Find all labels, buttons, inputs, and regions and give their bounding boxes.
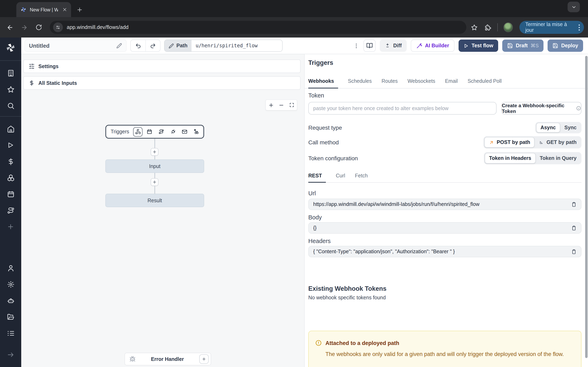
token-in-query-option[interactable]: Token in Query: [536, 153, 581, 164]
sidebar-item-workspace[interactable]: [4, 67, 17, 79]
forward-icon[interactable]: [18, 21, 30, 33]
back-icon[interactable]: [4, 21, 16, 33]
path-input[interactable]: u/henri/spirited_flow: [191, 40, 282, 51]
add-error-handler-button[interactable]: [199, 354, 209, 364]
deploy-button[interactable]: Deploy: [548, 40, 583, 52]
websocket-trigger-icon[interactable]: [168, 127, 177, 136]
tab-rest[interactable]: REST: [308, 172, 326, 183]
sidebar-item-home[interactable]: [4, 123, 17, 135]
sidebar-collapse-arrow-icon[interactable]: [4, 349, 17, 361]
site-settings-icon[interactable]: [53, 22, 63, 32]
body-value-field[interactable]: {}: [308, 222, 581, 234]
insert-step-button[interactable]: [151, 148, 158, 156]
sidebar-item-workers[interactable]: [4, 294, 17, 307]
sidebar-item-search[interactable]: [4, 100, 17, 112]
post-by-path-option[interactable]: POST by path: [484, 137, 535, 148]
new-tab-button[interactable]: [74, 4, 85, 15]
chrome-menu-kebab-icon[interactable]: [579, 24, 580, 31]
sidebar-item-settings[interactable]: [4, 278, 17, 290]
browser-tabstrip: New Flow | Windmill: [0, 0, 588, 17]
webhook-trigger-icon[interactable]: [133, 127, 143, 136]
result-node[interactable]: Result: [105, 194, 204, 207]
chrome-update-button[interactable]: Terminer la mise à jour: [520, 21, 584, 34]
sidebar-item-runs[interactable]: [4, 139, 17, 151]
tab-close-icon[interactable]: [61, 6, 68, 13]
tab-scheduled-poll[interactable]: Scheduled Poll: [467, 77, 502, 88]
triggers-node[interactable]: Triggers: [105, 125, 204, 139]
test-flow-button[interactable]: Test flow: [458, 40, 498, 52]
tab-email[interactable]: Email: [445, 77, 458, 88]
error-handler-label: Error Handler: [136, 356, 199, 362]
edit-name-pencil-icon[interactable]: [116, 43, 122, 49]
extensions-puzzle-icon[interactable]: [482, 22, 493, 33]
all-static-inputs-bar[interactable]: All Static Inputs: [23, 76, 301, 90]
tab-schedules[interactable]: Schedules: [348, 77, 372, 88]
fit-view-button[interactable]: [286, 100, 297, 110]
windmill-logo-icon[interactable]: [5, 42, 16, 53]
input-node[interactable]: Input: [105, 159, 204, 173]
email-trigger-icon[interactable]: [180, 127, 189, 136]
tab-routes[interactable]: Routes: [381, 77, 398, 88]
tab-websockets[interactable]: Websockets: [407, 77, 435, 88]
route-trigger-icon[interactable]: [156, 127, 166, 136]
url-value-field[interactable]: https://app.windmill.dev/api/w/windmill-…: [308, 199, 581, 210]
tab-curl[interactable]: Curl: [336, 172, 345, 182]
save-icon: [553, 43, 558, 49]
connector-line: [154, 139, 155, 148]
sidebar-item-variables[interactable]: [4, 155, 17, 167]
draft-button[interactable]: Draft ⌘S: [502, 40, 544, 52]
path-label-segment[interactable]: Path: [164, 40, 191, 51]
tab-webhooks[interactable]: Webhooks: [308, 77, 338, 89]
draft-label: Draft: [516, 43, 527, 49]
flow-editor-toolbar: Untitled Path u/henri/spirited_flow: [21, 38, 588, 54]
tab-fetch[interactable]: Fetch: [355, 172, 368, 182]
error-handler-node[interactable]: Error Handler: [125, 353, 211, 365]
zoom-in-button[interactable]: [266, 100, 276, 110]
copy-url-clipboard-icon[interactable]: [571, 202, 577, 207]
headers-value-field[interactable]: { "Content-Type": "application/json", "A…: [308, 246, 581, 257]
bookmark-star-icon[interactable]: [468, 22, 480, 33]
ai-builder-label: AI Builder: [425, 43, 449, 49]
zoom-out-button[interactable]: [276, 100, 287, 110]
docs-book-icon[interactable]: [363, 40, 376, 52]
input-node-label: Input: [149, 163, 160, 169]
create-webhook-token-button[interactable]: Create a Webhook-specific Token: [502, 102, 581, 115]
async-option[interactable]: Async: [536, 123, 560, 133]
sidebar-item-schedules[interactable]: [4, 188, 17, 200]
flow-name-field[interactable]: Untitled: [25, 40, 127, 52]
body-label: Body: [308, 214, 322, 221]
sidebar-item-flows[interactable]: [4, 204, 17, 217]
sidebar-item-user[interactable]: [4, 262, 17, 274]
redo-button[interactable]: [145, 40, 160, 51]
reload-icon[interactable]: [33, 21, 45, 33]
diff-button[interactable]: Diff: [380, 40, 407, 52]
copy-body-clipboard-icon[interactable]: [571, 225, 577, 231]
ai-builder-button[interactable]: AI Builder: [411, 40, 454, 52]
undo-button[interactable]: [131, 40, 145, 51]
sync-option[interactable]: Sync: [560, 123, 581, 133]
canvas-zoom-controls: [265, 100, 297, 110]
sidebar-item-audit-logs[interactable]: [4, 327, 17, 339]
tab-search-button[interactable]: [568, 2, 580, 12]
left-sidebar: [0, 38, 21, 367]
copy-headers-clipboard-icon[interactable]: [571, 249, 577, 254]
sidebar-item-add[interactable]: [4, 221, 17, 233]
flow-settings-bar[interactable]: Settings: [23, 59, 301, 73]
scheduled-poll-trigger-icon[interactable]: [192, 127, 201, 136]
sidebar-item-folders[interactable]: [4, 311, 17, 323]
sidebar-item-resources[interactable]: [4, 172, 17, 184]
profile-avatar[interactable]: [503, 22, 513, 32]
sidebar-item-favorites[interactable]: [4, 83, 17, 95]
browser-toolbar: app.windmill.dev/flows/add Terminer la m…: [0, 17, 588, 38]
all-static-inputs-label: All Static Inputs: [38, 80, 77, 86]
page-scrollbar[interactable]: [585, 56, 588, 358]
token-input[interactable]: paste your token here once created to al…: [308, 102, 497, 115]
token-in-headers-option[interactable]: Token in Headers: [484, 153, 536, 164]
get-by-path-option[interactable]: GET by path: [535, 137, 581, 148]
insert-step-button[interactable]: [151, 178, 158, 186]
schedule-trigger-icon[interactable]: [145, 127, 154, 136]
deployed-path-warning: Attached to a deployed path The webhooks…: [308, 331, 581, 367]
browser-tab[interactable]: New Flow | Windmill: [16, 2, 71, 17]
more-options-kebab-icon[interactable]: [353, 43, 359, 49]
address-bar[interactable]: app.windmill.dev/flows/add: [50, 21, 466, 34]
